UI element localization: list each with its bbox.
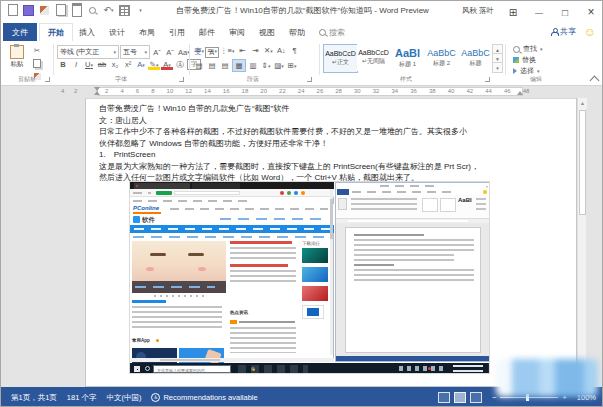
vertical-scrollbar[interactable]: ▲	[577, 98, 586, 387]
asian-layout-icon[interactable]: ✕▾	[262, 45, 274, 56]
shot-taskbar: 在这里输入你要搜索的内容	[130, 363, 490, 374]
copy-icon[interactable]	[31, 58, 43, 69]
superscript-button[interactable]: x²	[122, 59, 134, 70]
font-size-combo[interactable]: 五号▾	[120, 45, 150, 59]
embedded-screenshot-image[interactable]: PConline 软件	[129, 181, 490, 374]
read-mode-icon[interactable]	[438, 392, 450, 403]
shading-icon[interactable]: ▨▾	[273, 60, 285, 71]
account-name[interactable]: 风秋 落叶	[462, 6, 494, 16]
shot-bookmark-links	[133, 200, 253, 202]
print-layout-icon[interactable]	[454, 392, 466, 403]
style-preview: AaBbCcD	[358, 49, 389, 56]
find-button[interactable]: 查找▾	[513, 44, 543, 54]
zoom-out-button[interactable]: −	[492, 393, 496, 402]
align-center-icon[interactable]: ▤	[206, 60, 218, 71]
tab-references[interactable]: 引用	[161, 23, 193, 41]
first-line-indent-marker[interactable]	[94, 87, 100, 95]
web-layout-icon[interactable]	[470, 392, 482, 403]
tab-help[interactable]: 帮助	[281, 23, 313, 41]
paste-button[interactable]: 粘贴	[7, 45, 27, 69]
decrease-indent-icon[interactable]: ⇤	[236, 45, 248, 56]
font-name-combo[interactable]: 等线 (中文正▾	[57, 45, 119, 59]
replace-button[interactable]: 替换	[513, 55, 536, 65]
distribute-icon[interactable]: ▥	[247, 60, 259, 71]
cut-icon[interactable]: ✂	[31, 45, 43, 56]
style-no-spacing[interactable]: AaBbCcD ↵无间隔	[357, 44, 390, 71]
tab-layout[interactable]: 布局	[131, 23, 163, 41]
styles-gallery-more-icon[interactable]: ▾	[492, 62, 503, 73]
scrollbar-thumb[interactable]	[579, 110, 586, 215]
justify-icon[interactable]: ▦	[232, 59, 246, 72]
right-indent-marker[interactable]	[517, 91, 523, 95]
bullets-icon[interactable]: ≔▾	[193, 45, 205, 56]
multilevel-list-icon[interactable]: ⋮≡▾	[219, 45, 235, 56]
style-preview: AaBl	[395, 47, 420, 59]
style-heading2[interactable]: AaBbC 标题 2	[425, 44, 458, 71]
style-title[interactable]: AaBbC 标题	[459, 44, 492, 71]
shrink-font-icon[interactable]: Aˇ	[164, 47, 176, 58]
line-spacing-icon[interactable]: ⇕▾	[260, 60, 272, 71]
doc-line[interactable]: 伙伴都忽略了 Windows 自带的截图功能，方便好用还非常干净！	[99, 138, 565, 149]
zoom-slider[interactable]	[500, 397, 558, 398]
numbering-icon[interactable]: ≕▾	[206, 45, 218, 56]
share-button[interactable]: 共享	[551, 26, 576, 37]
tab-design[interactable]: 设计	[101, 23, 133, 41]
style-normal[interactable]: AaBbCcD ↵正文	[323, 44, 358, 73]
show-marks-icon[interactable]: ¶	[288, 45, 300, 56]
tab-review[interactable]: 审阅	[221, 23, 253, 41]
accessibility-note[interactable]: ♿ Recommendations available	[151, 393, 257, 402]
font-color-icon[interactable]: A▾	[161, 59, 173, 70]
word-count[interactable]: 181 个字	[67, 393, 97, 403]
font-dialog-launcher[interactable]	[179, 77, 184, 82]
maximize-button[interactable]	[552, 1, 578, 23]
paragraph-dialog-launcher[interactable]	[307, 77, 312, 82]
borders-icon[interactable]: ⊞▾	[286, 60, 298, 71]
bold-button[interactable]: B	[57, 59, 69, 70]
feedback-smiley-icon[interactable]: ☺	[584, 25, 596, 39]
styles-group-label: 样式	[331, 75, 481, 84]
italic-button[interactable]: I	[70, 59, 82, 70]
doc-line[interactable]: 这是最为大家熟知的一种方法了，需要截图时，直接按下键盘上的 PrintScree…	[99, 161, 565, 172]
clipboard-dialog-launcher[interactable]	[45, 77, 50, 82]
minimize-button[interactable]	[526, 1, 552, 23]
ribbon-display-options-icon[interactable]	[500, 1, 526, 23]
tab-insert[interactable]: 插入	[71, 23, 103, 41]
doc-line[interactable]: 文：唐山居人	[99, 115, 565, 126]
character-shading-icon[interactable]: Ⓐ	[174, 59, 186, 70]
highlight-color-icon[interactable]: ✎▾	[148, 59, 160, 70]
grow-font-icon[interactable]: Aˆ	[151, 47, 163, 58]
strikethrough-button[interactable]: ab	[96, 59, 108, 70]
subscript-button[interactable]: x₂	[109, 59, 121, 70]
scroll-up-icon[interactable]: ▲	[578, 98, 587, 108]
underline-button[interactable]: U▾	[83, 59, 95, 70]
find-icon	[513, 46, 520, 53]
align-left-icon[interactable]: ▤	[193, 60, 205, 71]
shot-start-icon	[134, 366, 140, 372]
shot-channel-icon	[133, 216, 140, 223]
styles-dialog-launcher[interactable]	[485, 77, 490, 82]
page-indicator[interactable]: 第1页，共1页	[11, 393, 57, 403]
doc-line[interactable]: 日常工作中少不了各种各样的截图，不过好的截图软件需要付费，不好的又是一堆堆的广告…	[99, 126, 565, 137]
style-preview: AaBbC	[461, 48, 490, 58]
person-icon	[551, 28, 557, 36]
document-page[interactable]: 自带免费没广告！Win10 自带的几款免广告“截图”软件 文：唐山居人 日常工作…	[85, 98, 577, 387]
ruler-left-numbers: 4 2	[61, 88, 77, 94]
ribbon-search[interactable]: 搜索	[319, 27, 345, 38]
language-indicator[interactable]: 中文(中国)	[106, 393, 141, 403]
increase-indent-icon[interactable]: ⇥	[249, 45, 261, 56]
tab-home[interactable]: 开始	[39, 23, 73, 41]
tab-file[interactable]: 文件	[3, 23, 37, 41]
align-right-icon[interactable]: ▤	[219, 60, 231, 71]
doc-line[interactable]: 自带免费没广告！Win10 自带的几款免广告“截图”软件	[99, 103, 565, 114]
horizontal-ruler[interactable]: 4 2 2 4 6 8 10 12 14 16 18 20 22 24 26 2…	[1, 86, 603, 98]
editing-group-label: 编辑	[506, 75, 566, 84]
tab-mailings[interactable]: 邮件	[191, 23, 223, 41]
doc-line[interactable]: 1. PrintScreen	[99, 149, 565, 160]
collapse-ribbon-icon[interactable]	[590, 76, 600, 86]
sort-icon[interactable]: A↓	[275, 45, 287, 56]
shot-browser-window: PConline 软件	[130, 182, 334, 362]
close-button[interactable]	[578, 1, 603, 23]
style-heading1[interactable]: AaBl 标题 1	[391, 44, 424, 71]
text-effects-icon[interactable]: A▾	[135, 59, 147, 70]
tab-view[interactable]: 视图	[251, 23, 283, 41]
